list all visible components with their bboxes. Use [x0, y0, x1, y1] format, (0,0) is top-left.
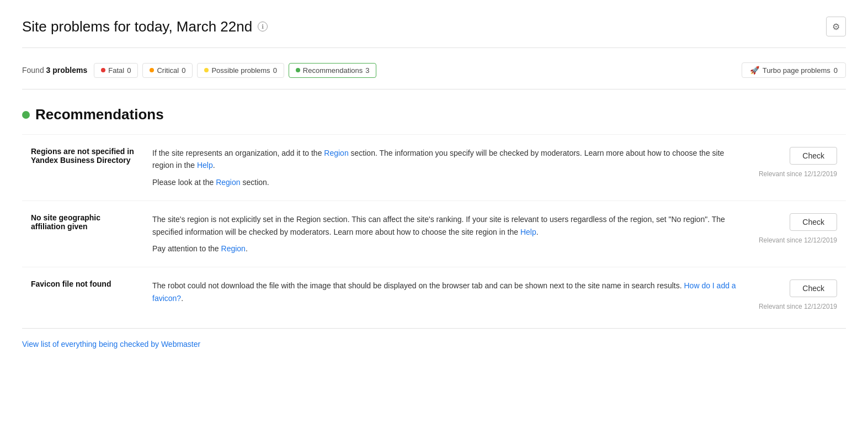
problem-desc-favicon: The robot could not download the file wi… [143, 267, 747, 323]
filter-critical-count: 0 [182, 66, 185, 75]
filter-possible-count: 0 [273, 66, 277, 75]
filter-bar: Found 3 problems Fatal 0 Critical 0 Poss… [22, 57, 846, 83]
section-dot [22, 111, 30, 119]
turbo-problems-button[interactable]: 🚀 Turbo page problems 0 [742, 62, 846, 78]
dot-fatal [101, 68, 105, 72]
problem-action-geographic: Check Relevant since 12/12/2019 [747, 201, 846, 267]
found-label: Found 3 problems [22, 66, 87, 75]
footer: View list of everything being checked by… [22, 340, 846, 349]
relevant-date-geographic: Relevant since 12/12/2019 [755, 236, 837, 244]
problem-row: Regions are not specified in Yandex Busi… [22, 135, 846, 201]
view-list-link[interactable]: View list of everything being checked by… [22, 340, 200, 349]
check-button-favicon[interactable]: Check [790, 279, 837, 297]
found-count: 3 problems [46, 66, 88, 75]
filter-left: Found 3 problems Fatal 0 Critical 0 Poss… [22, 63, 376, 78]
filter-critical-label: Critical [157, 66, 179, 75]
page-container: Site problems for today, March 22nd ℹ ⚙ … [0, 0, 868, 371]
favicon-help-link[interactable]: How do I add a favicon? [152, 281, 736, 302]
help-link-1[interactable]: Help [197, 161, 213, 170]
page-header: Site problems for today, March 22nd ℹ ⚙ [22, 17, 846, 36]
filter-fatal-count: 0 [127, 66, 131, 75]
header-left: Site problems for today, March 22nd ℹ [22, 18, 268, 35]
dot-critical [150, 68, 154, 72]
problem-desc-regions: If the site represents an organization, … [143, 135, 747, 201]
problem-desc-geo-p2: Pay attention to the Region. [152, 242, 738, 255]
turbo-label: Turbo page problems [763, 66, 830, 75]
problem-name-favicon: Favicon file not found [22, 267, 143, 323]
dot-recommendations [296, 68, 300, 72]
problem-name-geographic: No site geographic affiliation given [22, 201, 143, 267]
problem-row: Favicon file not found The robot could n… [22, 267, 846, 323]
turbo-count: 0 [834, 66, 838, 75]
problem-row: No site geographic affiliation given The… [22, 201, 846, 267]
help-link-2[interactable]: Help [520, 228, 536, 236]
problem-action-regions: Check Relevant since 12/12/2019 [747, 135, 846, 201]
page-title: Site problems for today, March 22nd [22, 18, 252, 35]
region-link-3[interactable]: Region [221, 244, 246, 253]
relevant-date-favicon: Relevant since 12/12/2019 [755, 303, 837, 310]
region-link-1[interactable]: Region [324, 149, 348, 157]
problems-table: Regions are not specified in Yandex Busi… [22, 134, 846, 323]
gear-icon: ⚙ [832, 22, 840, 32]
header-divider [22, 48, 846, 48]
footer-divider [22, 328, 846, 329]
filter-possible[interactable]: Possible problems 0 [197, 63, 284, 78]
problem-desc-geo-p1: The site's region is not explicitly set … [152, 213, 738, 238]
relevant-date-regions: Relevant since 12/12/2019 [755, 170, 837, 178]
problem-desc-geographic: The site's region is not explicitly set … [143, 201, 747, 267]
info-icon[interactable]: ℹ [258, 22, 268, 31]
filter-fatal-label: Fatal [108, 66, 124, 75]
turbo-icon: 🚀 [750, 66, 759, 75]
section-title: Recommendations [35, 106, 164, 123]
filter-recommendations[interactable]: Recommendations 3 [289, 63, 377, 78]
problem-desc-p2: Please look at the Region section. [152, 176, 738, 188]
dot-possible [204, 68, 209, 72]
filter-recommendations-label: Recommendations [303, 66, 363, 75]
problem-desc-fav-p1: The robot could not download the file wi… [152, 279, 738, 304]
filter-possible-label: Possible problems [211, 66, 270, 75]
check-button-geographic[interactable]: Check [790, 213, 837, 231]
filter-fatal[interactable]: Fatal 0 [94, 63, 138, 78]
region-link-2[interactable]: Region [216, 178, 240, 187]
filter-critical[interactable]: Critical 0 [142, 63, 193, 78]
problem-action-favicon: Check Relevant since 12/12/2019 [747, 267, 846, 323]
gear-button[interactable]: ⚙ [826, 17, 846, 36]
section-header: Recommendations [22, 106, 846, 123]
filter-recommendations-count: 3 [365, 66, 369, 75]
problem-name-regions: Regions are not specified in Yandex Busi… [22, 135, 143, 201]
problem-desc-p1: If the site represents an organization, … [152, 147, 738, 172]
check-button-regions[interactable]: Check [790, 147, 837, 165]
filter-divider [22, 89, 846, 89]
